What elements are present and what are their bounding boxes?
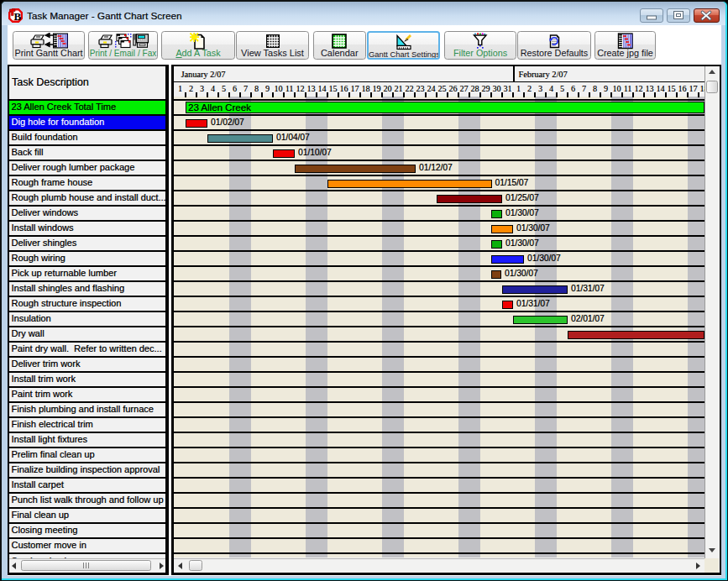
svg-text:B: B xyxy=(14,10,22,23)
